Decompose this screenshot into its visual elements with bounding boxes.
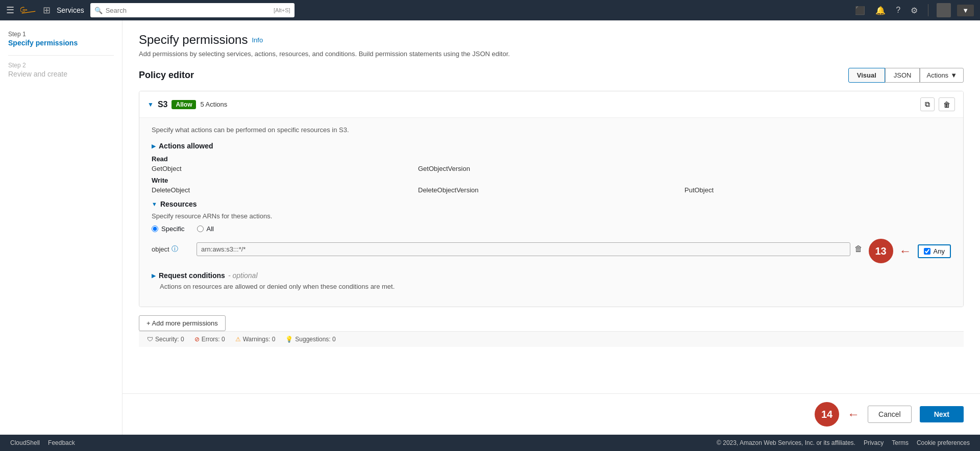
arrow-14-icon: ←: [847, 407, 860, 421]
any-checkbox[interactable]: [924, 248, 930, 255]
bottom-actions: 14 ← Cancel Next: [122, 393, 980, 435]
duplicate-button[interactable]: ⧉: [920, 97, 935, 111]
visual-button[interactable]: Visual: [848, 68, 885, 83]
nav-icon-bell[interactable]: 🔔: [875, 6, 886, 15]
sidebar-step-1: Step 1 Specify permissions: [8, 31, 114, 47]
service-content: Specify what actions can be performed on…: [139, 118, 963, 307]
suggestions-label: Suggestions: 0: [295, 336, 335, 343]
object-row: object ⓘ 🗑: [152, 242, 863, 256]
actions-dropdown-button[interactable]: Actions ▼: [920, 68, 964, 83]
cancel-button[interactable]: Cancel: [868, 406, 912, 423]
arrow-13-icon: ←: [899, 244, 912, 258]
service-header: ▼ S3 Allow 5 Actions ⧉ 🗑: [139, 91, 963, 118]
read-category: Read: [152, 155, 951, 163]
all-radio[interactable]: [197, 225, 204, 232]
actions-chevron-icon: ▶: [152, 143, 156, 149]
delete-button[interactable]: 🗑: [939, 97, 955, 111]
policy-editor-title: Policy editor: [139, 70, 194, 81]
layout: Step 1 Specify permissions Step 2 Review…: [0, 20, 980, 435]
specific-radio[interactable]: [152, 225, 158, 232]
menu-toggle[interactable]: ☰: [6, 5, 14, 16]
resources-chevron-icon: ▼: [152, 201, 157, 207]
sidebar-divider: [8, 55, 114, 56]
conditions-chevron-icon: ▶: [152, 272, 156, 279]
main-content: Specify permissions Info Add permissions…: [122, 20, 980, 393]
actions-allowed-header[interactable]: ▶ Actions allowed: [152, 142, 951, 150]
feedback-link[interactable]: Feedback: [48, 439, 75, 446]
info-link[interactable]: Info: [252, 36, 263, 44]
terms-link[interactable]: Terms: [892, 439, 909, 446]
object-delete-button[interactable]: 🗑: [854, 244, 863, 254]
editor-buttons: Visual JSON Actions ▼: [848, 68, 964, 83]
copyright-text: © 2023, Amazon Web Services, Inc. or its…: [717, 439, 855, 446]
service-header-left: ▼ S3 Allow 5 Actions: [148, 100, 227, 109]
footer-left: CloudShell Feedback: [10, 439, 75, 446]
conditions-description: Actions on resources are allowed or deni…: [160, 283, 951, 290]
next-button[interactable]: Next: [920, 406, 964, 422]
resources-description: Specify resource ARNs for these actions.: [152, 212, 951, 220]
search-shortcut: [Alt+S]: [274, 7, 290, 13]
sidebar-step1-number: Step 1: [8, 31, 114, 38]
actions-allowed-label: Actions allowed: [159, 142, 213, 150]
nav-divider: [928, 4, 928, 16]
security-status: 🛡 Security: 0: [147, 336, 184, 343]
service-header-right: ⧉ 🗑: [920, 97, 955, 111]
suggestions-status: 💡 Suggestions: 0: [285, 336, 335, 343]
all-label: All: [207, 225, 214, 233]
nav-services-link[interactable]: Services: [57, 6, 84, 14]
error-icon: ⊘: [194, 336, 200, 343]
status-bar: 🛡 Security: 0 ⊘ Errors: 0 ⚠ Warnings: 0 …: [139, 331, 964, 347]
service-block: ▼ S3 Allow 5 Actions ⧉ 🗑 Specify what ac…: [139, 91, 964, 307]
step-13-indicator: 13: [869, 239, 893, 263]
resources-label: Resources: [160, 200, 197, 208]
sidebar-step1-label: Specify permissions: [8, 39, 114, 47]
sidebar-step2-label: Review and create: [8, 70, 114, 78]
resources-header[interactable]: ▼ Resources: [152, 200, 951, 208]
actions-grid: Read GetObject GetObjectVersion Write De…: [152, 155, 951, 194]
page-header: Specify permissions Info: [139, 33, 964, 47]
allow-badge: Allow: [172, 100, 196, 109]
nav-icon-help[interactable]: ?: [896, 6, 900, 15]
conditions-header[interactable]: ▶ Request conditions - optional: [152, 271, 951, 280]
policy-editor-header: Policy editor Visual JSON Actions ▼: [139, 68, 964, 83]
resources-section: ▼ Resources Specify resource ARNs for th…: [152, 200, 951, 263]
json-button[interactable]: JSON: [885, 68, 920, 83]
footer: CloudShell Feedback © 2023, Amazon Web S…: [0, 435, 980, 451]
any-checkbox-container: Any: [918, 244, 951, 258]
privacy-link[interactable]: Privacy: [864, 439, 884, 446]
radio-group: Specific All: [152, 225, 951, 233]
svg-text:aws: aws: [22, 9, 27, 11]
cookie-link[interactable]: Cookie preferences: [917, 439, 970, 446]
service-description: Specify what actions can be performed on…: [152, 126, 951, 134]
errors-label: Errors: 0: [202, 336, 225, 343]
nav-icon-terminal[interactable]: ⬛: [855, 6, 865, 15]
all-radio-label[interactable]: All: [197, 225, 214, 233]
nav-account-button[interactable]: ▼: [957, 5, 974, 16]
nav-grid-icon[interactable]: ⊞: [43, 5, 51, 16]
object-info-icon[interactable]: ⓘ: [172, 244, 178, 254]
security-label: Security: 0: [155, 336, 184, 343]
action-item-getobject: GetObject: [152, 165, 418, 172]
specific-radio-label[interactable]: Specific: [152, 225, 185, 233]
security-icon: 🛡: [147, 336, 153, 343]
sidebar-step2-number: Step 2: [8, 62, 114, 69]
object-arn-input[interactable]: [197, 242, 850, 256]
page-title: Specify permissions: [139, 33, 248, 47]
warning-icon: ⚠: [235, 336, 241, 343]
conditions-section: ▶ Request conditions - optional Actions …: [152, 271, 951, 290]
service-name: S3: [158, 100, 168, 109]
nav-icon-settings[interactable]: ⚙: [911, 6, 918, 15]
actions-allowed-section: ▶ Actions allowed Read GetObject GetObje…: [152, 142, 951, 194]
specific-label: Specific: [161, 225, 185, 233]
nav-avatar: [937, 3, 951, 17]
search-input[interactable]: [106, 7, 271, 14]
object-label: object ⓘ: [152, 244, 192, 254]
errors-status: ⊘ Errors: 0: [194, 336, 225, 343]
service-chevron-icon[interactable]: ▼: [148, 101, 154, 108]
actions-count: 5 Actions: [200, 101, 227, 108]
cloudshell-link[interactable]: CloudShell: [10, 439, 40, 446]
action-item-putobject: PutObject: [684, 186, 951, 194]
top-nav: ☰ aws ⊞ Services 🔍 [Alt+S] ⬛ 🔔 ? ⚙ ▼: [0, 0, 980, 20]
footer-right: © 2023, Amazon Web Services, Inc. or its…: [717, 439, 970, 446]
add-permissions-button[interactable]: + Add more permissions: [139, 315, 226, 331]
